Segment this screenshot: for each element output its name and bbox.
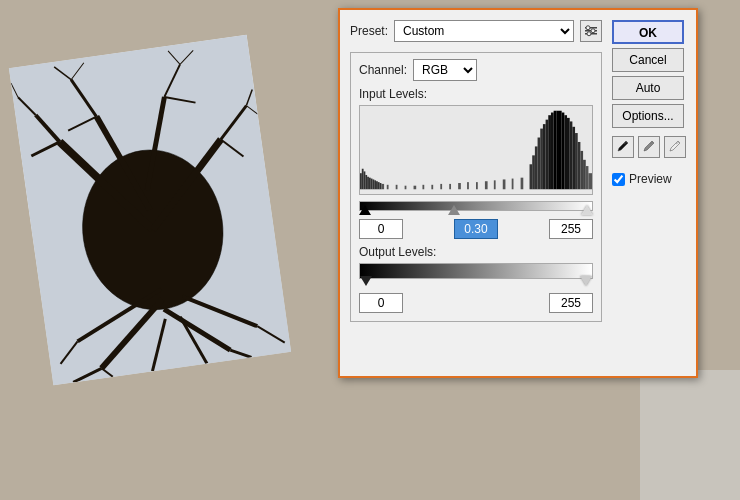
white-eyedropper-icon xyxy=(668,140,682,154)
svg-rect-70 xyxy=(532,155,535,189)
output-slider-track xyxy=(359,263,593,279)
channel-label: Channel: xyxy=(359,63,407,77)
svg-rect-64 xyxy=(485,181,488,189)
black-output-slider[interactable] xyxy=(360,276,372,286)
svg-rect-65 xyxy=(494,180,496,189)
white-eyedropper-button[interactable] xyxy=(664,136,686,158)
histogram-svg xyxy=(360,106,592,194)
output-level-max[interactable] xyxy=(549,293,593,313)
preview-row: Preview xyxy=(612,172,686,186)
svg-point-36 xyxy=(586,26,590,30)
preset-row: Preset: Custom Default Increase Contrast… xyxy=(350,20,602,42)
svg-rect-51 xyxy=(380,183,382,189)
cancel-button[interactable]: Cancel xyxy=(612,48,684,72)
levels-dialog: Preset: Custom Default Increase Contrast… xyxy=(338,8,698,378)
photo-area xyxy=(20,30,310,410)
svg-rect-88 xyxy=(580,151,583,189)
svg-rect-84 xyxy=(570,121,573,189)
svg-rect-85 xyxy=(572,127,575,189)
svg-rect-75 xyxy=(546,120,549,190)
svg-rect-67 xyxy=(512,179,514,190)
svg-rect-72 xyxy=(538,138,541,190)
svg-rect-47 xyxy=(372,179,374,189)
svg-rect-61 xyxy=(458,183,461,189)
svg-rect-41 xyxy=(362,169,364,190)
svg-rect-46 xyxy=(371,179,373,190)
dialog-main-panel: Preset: Custom Default Increase Contrast… xyxy=(350,20,602,324)
output-levels-label: Output Levels: xyxy=(359,245,593,259)
input-level-max[interactable] xyxy=(549,219,593,239)
svg-rect-74 xyxy=(543,124,546,189)
svg-rect-86 xyxy=(575,133,578,189)
gray-eyedropper-button[interactable] xyxy=(638,136,660,158)
auto-button[interactable]: Auto xyxy=(612,76,684,100)
svg-rect-45 xyxy=(369,178,371,190)
svg-point-38 xyxy=(587,32,591,36)
histogram xyxy=(359,105,593,195)
svg-rect-91 xyxy=(588,173,592,189)
svg-rect-48 xyxy=(374,180,376,189)
svg-point-37 xyxy=(591,29,595,33)
options-button[interactable]: Options... xyxy=(612,104,684,128)
photo-inner xyxy=(9,35,291,385)
black-eyedropper-button[interactable] xyxy=(612,136,634,158)
white-output-slider[interactable] xyxy=(580,276,592,286)
input-level-mid[interactable] xyxy=(454,219,498,239)
preset-options-icon xyxy=(584,25,598,37)
svg-rect-78 xyxy=(554,111,557,190)
preview-label: Preview xyxy=(629,172,672,186)
channel-box: Channel: RGB Red Green Blue Input Levels… xyxy=(350,52,602,322)
white-input-slider[interactable] xyxy=(581,205,593,215)
svg-rect-71 xyxy=(535,146,538,189)
svg-rect-53 xyxy=(387,185,389,189)
output-level-min[interactable] xyxy=(359,293,403,313)
svg-rect-42 xyxy=(364,171,366,189)
svg-rect-77 xyxy=(551,113,554,190)
svg-rect-76 xyxy=(548,115,551,189)
midtone-input-slider[interactable] xyxy=(448,205,460,215)
preset-options-button[interactable] xyxy=(580,20,602,42)
dialog-buttons-panel: OK Cancel Auto Options... xyxy=(612,20,686,324)
input-levels-label: Input Levels: xyxy=(359,87,593,101)
svg-rect-89 xyxy=(583,160,586,189)
input-level-min[interactable] xyxy=(359,219,403,239)
svg-rect-55 xyxy=(405,186,407,190)
eyedropper-row xyxy=(612,136,686,158)
svg-rect-83 xyxy=(567,118,570,189)
gray-bottom-right xyxy=(640,370,740,500)
svg-rect-69 xyxy=(530,164,533,189)
branches-image xyxy=(9,35,291,385)
svg-rect-66 xyxy=(503,179,506,189)
ok-button[interactable]: OK xyxy=(612,20,684,44)
svg-rect-87 xyxy=(578,142,581,189)
output-fields-row xyxy=(359,293,593,313)
gray-eyedropper-icon xyxy=(642,140,656,154)
svg-rect-82 xyxy=(564,115,567,189)
input-slider-row xyxy=(359,197,593,215)
input-fields-row xyxy=(359,219,593,239)
svg-rect-50 xyxy=(378,182,380,189)
svg-rect-52 xyxy=(381,184,384,189)
svg-rect-44 xyxy=(367,177,369,189)
svg-rect-90 xyxy=(586,166,589,189)
svg-rect-81 xyxy=(562,113,565,190)
svg-rect-80 xyxy=(559,111,562,190)
black-eyedropper-icon xyxy=(616,140,630,154)
preset-select[interactable]: Custom Default Increase Contrast Lighten… xyxy=(394,20,574,42)
photo-paper xyxy=(9,35,291,385)
svg-rect-59 xyxy=(440,184,442,189)
preset-label: Preset: xyxy=(350,24,388,38)
svg-rect-62 xyxy=(467,182,469,189)
svg-rect-40 xyxy=(360,173,362,189)
svg-rect-68 xyxy=(521,178,524,190)
preview-checkbox[interactable] xyxy=(612,173,625,186)
svg-rect-54 xyxy=(396,185,398,189)
svg-rect-49 xyxy=(376,181,378,189)
input-slider-track xyxy=(359,201,593,211)
svg-rect-60 xyxy=(449,184,451,189)
svg-rect-63 xyxy=(476,182,478,189)
channel-select[interactable]: RGB Red Green Blue xyxy=(413,59,477,81)
svg-rect-58 xyxy=(431,185,433,189)
channel-row: Channel: RGB Red Green Blue xyxy=(359,59,593,81)
black-input-slider[interactable] xyxy=(359,205,371,215)
